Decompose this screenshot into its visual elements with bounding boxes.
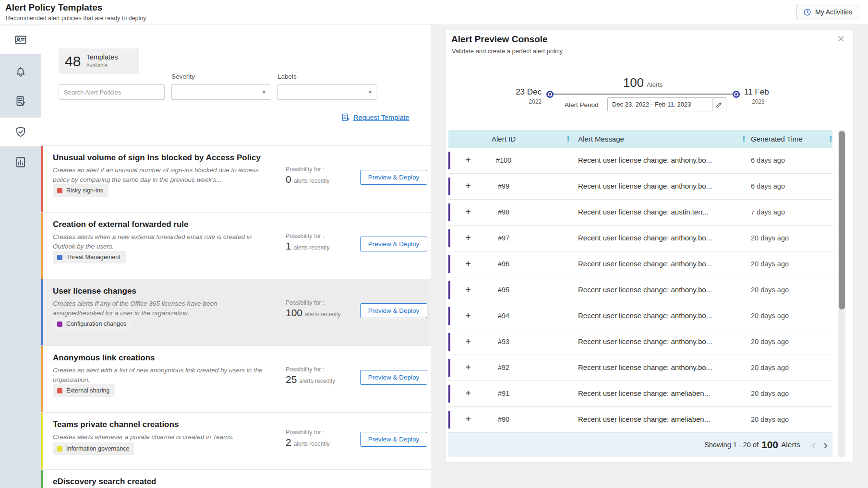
alert-period-input[interactable]: Dec 23, 2022 - Feb 11, 2023: [607, 97, 712, 111]
category-accent: [41, 470, 43, 488]
template-title: Teams private channel creations: [53, 420, 179, 429]
console-subtitle: Validate and create a perfect alert poli…: [452, 48, 563, 55]
scrollbar-thumb[interactable]: [839, 131, 845, 309]
template-description: Creates alerts if any of the Office 365 …: [53, 299, 266, 319]
table-row: + #95 Recent user license change: anthon…: [448, 277, 832, 303]
label-color-swatch: [57, 255, 62, 260]
generated-time: 20 days ago: [751, 260, 789, 268]
previous-page-icon[interactable]: ‹: [812, 439, 816, 451]
preview-deploy-button[interactable]: Preview & Deploy: [360, 370, 427, 385]
alert-id: #94: [477, 312, 530, 320]
timeline-end-year: 2023: [752, 98, 787, 105]
expand-row-icon[interactable]: +: [466, 155, 471, 165]
expand-row-icon[interactable]: +: [466, 414, 471, 424]
preview-deploy-button[interactable]: Preview & Deploy: [360, 432, 427, 447]
activity-clock-icon: [803, 8, 811, 16]
timeline-total: 100Alerts: [604, 75, 681, 90]
next-page-icon[interactable]: ›: [823, 439, 828, 451]
generated-time: 20 days ago: [751, 234, 789, 242]
sidebar-nav: [0, 25, 41, 488]
alert-message: Recent user license change: anthony.bo..…: [578, 311, 712, 320]
label-color-swatch: [57, 188, 62, 193]
alert-id: #99: [477, 182, 530, 190]
generated-time: 20 days ago: [751, 364, 789, 371]
sidebar-item-security[interactable]: [0, 118, 41, 146]
possibility-block: Possibility for : 0alerts recently: [286, 166, 359, 185]
generated-time: 20 days ago: [751, 338, 789, 345]
edit-period-button[interactable]: [712, 97, 726, 111]
severity-accent: [448, 333, 450, 351]
template-card[interactable]: Anonymous link creations Creates an aler…: [41, 346, 431, 413]
generated-time: 6 days ago: [751, 182, 785, 190]
template-description: Creates an alert if an unusual number of…: [53, 166, 266, 185]
template-title: eDiscovery search created: [53, 477, 156, 487]
timeline-track: [553, 94, 733, 95]
preview-deploy-button[interactable]: Preview & Deploy: [360, 237, 427, 251]
possibility-label: Possibility for :: [286, 166, 359, 173]
table-row: + #97 Recent user license change: anthon…: [448, 226, 832, 251]
vertical-scrollbar[interactable]: [838, 130, 845, 457]
expand-row-icon[interactable]: +: [466, 285, 471, 295]
possibility-label: Possibility for :: [286, 366, 359, 373]
possibility-suffix: alerts recently: [294, 244, 330, 251]
expand-row-icon[interactable]: +: [466, 259, 471, 269]
table-row: + #99 Recent user license change: anthon…: [448, 174, 832, 200]
sidebar-item-alerts[interactable]: [0, 58, 41, 87]
timeline-start-handle[interactable]: [546, 91, 554, 98]
expand-row-icon[interactable]: +: [466, 310, 471, 321]
sidebar-item-accounts[interactable]: [0, 25, 41, 54]
my-activities-button[interactable]: My Activities: [796, 4, 859, 20]
possibility-suffix: alerts recently: [299, 378, 335, 384]
expand-row-icon[interactable]: +: [466, 233, 471, 243]
preview-deploy-button[interactable]: Preview & Deploy: [360, 303, 427, 318]
template-card[interactable]: Creation of external forwarded rule Crea…: [41, 213, 431, 279]
search-input[interactable]: [59, 84, 165, 100]
alert-id: #95: [477, 286, 530, 294]
page-subtitle: Recommended alert policies that are read…: [6, 15, 146, 22]
timeline-end-handle[interactable]: [733, 91, 740, 98]
templates-panel: 48 Templates Available Severity Labels ▾…: [41, 25, 431, 488]
severity-accent: [448, 385, 450, 403]
severity-accent: [448, 411, 450, 428]
expand-row-icon[interactable]: +: [466, 207, 471, 217]
alert-id: #90: [477, 416, 530, 423]
table-row: + #100 Recent user license change: antho…: [448, 148, 832, 174]
table-footer: Showing 1 - 20 of 100 Alerts ‹ ›: [448, 433, 832, 457]
severity-accent: [448, 359, 450, 377]
severity-accent: [448, 178, 450, 195]
sidebar-item-reports[interactable]: [0, 148, 41, 177]
column-menu-icon[interactable]: ⋮: [565, 135, 572, 143]
expand-row-icon[interactable]: +: [466, 181, 471, 191]
report-chart-icon: [14, 156, 27, 168]
template-card[interactable]: Teams private channel creations Creates …: [41, 413, 431, 470]
template-card[interactable]: Unusual volume of sign Ins blocked by Ac…: [41, 146, 431, 213]
preview-deploy-button[interactable]: Preview & Deploy: [360, 170, 427, 185]
label-text: Information governance: [66, 445, 129, 452]
severity-accent: [448, 307, 450, 325]
severity-accent: [448, 255, 450, 273]
template-card[interactable]: eDiscovery search created Creates alerts…: [41, 470, 431, 488]
request-template-icon: [341, 113, 350, 122]
category-accent: [41, 346, 43, 412]
labels-select[interactable]: ▾: [277, 84, 376, 100]
expand-row-icon[interactable]: +: [466, 336, 471, 346]
column-menu-icon[interactable]: ⋮: [740, 135, 747, 143]
request-template-link[interactable]: Request Template: [341, 113, 410, 122]
alerts-total-count: 100: [623, 75, 644, 90]
alert-message: Recent user license change: anthony.bo..…: [578, 156, 712, 164]
close-icon[interactable]: ✕: [837, 33, 845, 45]
my-activities-label: My Activities: [815, 8, 852, 16]
sidebar-item-audit[interactable]: [0, 87, 41, 116]
timeline-end-date: 11 Feb 2023: [744, 87, 787, 105]
expand-row-icon[interactable]: +: [466, 362, 471, 372]
column-menu-icon[interactable]: ⋮: [827, 135, 834, 143]
alert-id: #92: [477, 364, 530, 371]
expand-row-icon[interactable]: +: [466, 388, 471, 398]
alert-preview-console: Alert Preview Console Validate and creat…: [446, 30, 853, 462]
severity-select[interactable]: ▾: [171, 84, 270, 100]
alert-message: Recent user license change: anthony.bo..…: [578, 182, 712, 190]
template-card-selected[interactable]: User license changes Creates alerts if a…: [41, 279, 431, 346]
category-accent: [41, 413, 43, 469]
column-header-generated-time: Generated Time: [751, 135, 803, 143]
table-row: + #91 Recent user license change: amelia…: [448, 381, 832, 407]
